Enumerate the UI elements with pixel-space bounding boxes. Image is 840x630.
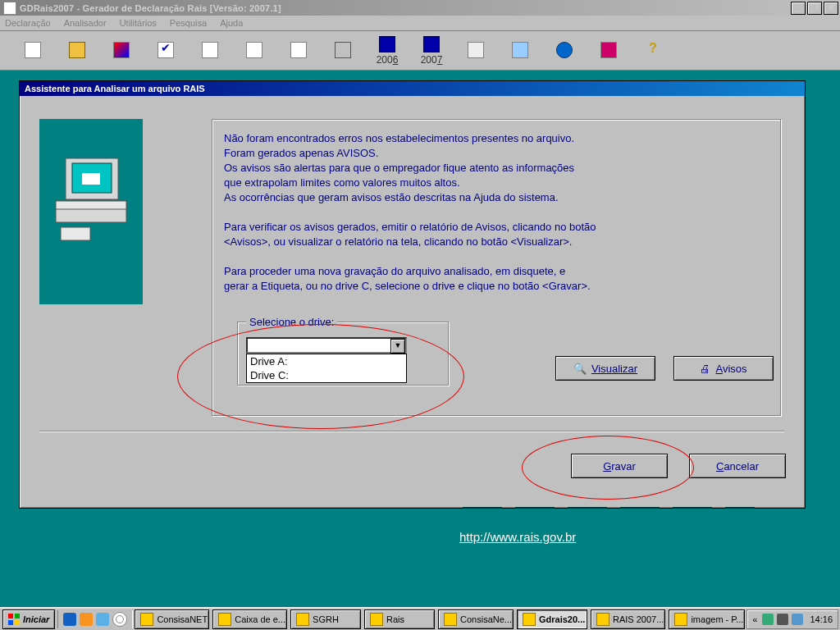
ql-desktop-icon[interactable] — [112, 612, 127, 627]
tb-globe[interactable] — [548, 42, 581, 60]
tb-help[interactable] — [637, 43, 669, 59]
connector-icon — [600, 42, 617, 58]
info-line: que extrapolam limites como valores muit… — [224, 176, 769, 190]
tb-new[interactable] — [16, 42, 49, 60]
tray-chevron-icon[interactable]: « — [752, 614, 757, 624]
task-consisanet[interactable]: ConsisaNET — [135, 609, 209, 629]
task-label: Gdrais20... — [539, 614, 585, 624]
search-icon — [468, 42, 484, 58]
start-button[interactable]: Iniciar — [2, 609, 55, 629]
tb-year-2007: 2007 — [421, 54, 443, 66]
close-button[interactable]: ✕ — [824, 2, 838, 15]
visualizar-label: Visualizar — [591, 363, 637, 375]
menu-declaracao[interactable]: Declaração — [5, 18, 51, 28]
rais-link[interactable]: http://www.rais.gov.br — [459, 530, 576, 544]
info-line: Para verificar os avisos gerados, emitir… — [224, 220, 769, 235]
bg-fragment — [725, 507, 755, 509]
tb-year-2006: 2006 — [377, 54, 399, 66]
menu-pesquisa[interactable]: Pesquisa — [170, 18, 207, 28]
tb-2007[interactable]: 2007 — [415, 36, 448, 66]
tb-plugin[interactable] — [592, 42, 625, 60]
ql-msn-icon[interactable] — [96, 613, 109, 626]
wizard-dialog: Assistente para Analisar um arquivo RAIS… — [19, 80, 806, 509]
computer-icon — [48, 152, 135, 250]
tb-doc-c[interactable] — [282, 42, 315, 60]
task-label: ConsisaNe... — [460, 614, 512, 624]
task-label: Rais — [386, 614, 404, 624]
avisos-button[interactable]: 🖨 Avisos — [673, 356, 774, 381]
tb-2006[interactable]: 2006 — [371, 36, 404, 66]
tray-icon[interactable] — [777, 614, 788, 625]
task-imagem[interactable]: imagem - P... — [669, 609, 745, 629]
svg-rect-5 — [61, 227, 90, 240]
document-icon — [202, 42, 218, 58]
tool-icon — [512, 42, 528, 58]
app-title: GDRais2007 - Gerador de Declaração Rais … — [20, 3, 281, 13]
info-line: As ocorrências que geram avisos estão de… — [224, 190, 769, 205]
task-label: Caixa de e... — [235, 614, 285, 624]
tb-check[interactable] — [149, 42, 182, 60]
menu-analisador[interactable]: Analisador — [64, 18, 107, 28]
app-icon — [3, 2, 16, 15]
drive-combobox[interactable]: ▼ — [246, 337, 407, 354]
ql-outlook-icon[interactable] — [80, 613, 93, 626]
disk-icon — [423, 36, 440, 52]
help-icon — [646, 43, 660, 57]
check-icon — [158, 42, 174, 58]
svg-rect-2 — [82, 173, 100, 185]
task-caixa[interactable]: Caixa de e... — [212, 609, 287, 629]
minimize-button[interactable]: _ — [791, 2, 806, 15]
task-consisane2[interactable]: ConsisaNe... — [438, 609, 514, 629]
info-line: Não foram encontrados erros nos estabele… — [224, 131, 769, 146]
info-line: Foram gerados apenas AVISOS. — [224, 146, 769, 161]
task-label: ConsisaNET — [157, 614, 208, 624]
separator — [39, 431, 784, 432]
svg-rect-4 — [56, 201, 126, 209]
visualizar-button[interactable]: 🔍 Visualizar — [555, 356, 655, 381]
bg-fragment — [673, 507, 712, 509]
drive-label: Selecione o drive: — [246, 316, 337, 328]
task-rais2007[interactable]: RAIS 2007... — [591, 609, 665, 629]
tray-clock: 14:16 — [810, 614, 833, 624]
task-sgrh[interactable]: SGRH — [290, 609, 361, 629]
menu-utilitarios[interactable]: Utilitários — [120, 18, 157, 28]
combobox-arrow-icon[interactable]: ▼ — [390, 339, 405, 354]
tb-open[interactable] — [61, 42, 94, 60]
start-label: Iniciar — [23, 614, 49, 624]
gravar-label: Gravar — [603, 460, 636, 472]
task-gdrais[interactable]: Gdrais20... — [517, 609, 587, 629]
cancelar-button[interactable]: Cancelar — [689, 454, 786, 478]
menu-ajuda[interactable]: Ajuda — [220, 18, 243, 28]
gravar-button[interactable]: Gravar — [571, 454, 668, 478]
task-icon — [674, 613, 687, 626]
tray-icon[interactable] — [792, 614, 803, 625]
task-icon — [140, 613, 153, 626]
maximize-button[interactable]: ❐ — [807, 2, 822, 15]
tb-doc-a[interactable] — [194, 42, 226, 60]
drive-option-a[interactable]: Drive A: — [247, 354, 406, 368]
document-icon — [290, 42, 307, 58]
dialog-title: Assistente para Analisar um arquivo RAIS — [20, 81, 805, 96]
info-frame: Não foram encontrados erros nos estabele… — [212, 119, 781, 416]
cancelar-label: Cancelar — [716, 460, 759, 472]
info-text: Não foram encontrados erros nos estabele… — [224, 131, 769, 294]
task-icon — [218, 613, 231, 626]
bg-fragment — [515, 507, 555, 509]
tb-tool[interactable] — [504, 42, 536, 60]
drive-dropdown-list[interactable]: Drive A: Drive C: — [246, 354, 407, 383]
disk-icon — [379, 36, 395, 52]
toolbar: 2006 2007 — [0, 31, 840, 71]
tb-wizard[interactable] — [105, 42, 138, 60]
tray-icon[interactable] — [762, 614, 774, 625]
avisos-label: Avisos — [715, 363, 746, 375]
ql-ie-icon[interactable] — [63, 613, 76, 626]
wizard-image-panel — [39, 119, 143, 304]
menubar: Declaração Analisador Utilitários Pesqui… — [0, 16, 840, 31]
tb-doc-b[interactable] — [238, 42, 271, 60]
tb-print[interactable] — [326, 42, 359, 60]
task-rais[interactable]: Rais — [364, 609, 435, 629]
tb-find[interactable] — [459, 42, 492, 60]
drive-option-c[interactable]: Drive C: — [247, 368, 406, 382]
taskbar: Iniciar ConsisaNET Caixa de e... SGRH Ra… — [0, 607, 840, 630]
task-label: SGRH — [313, 614, 339, 624]
